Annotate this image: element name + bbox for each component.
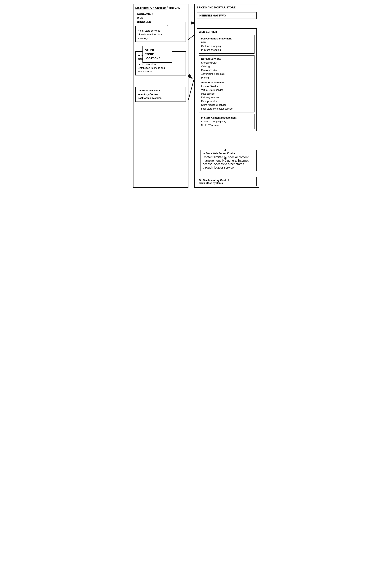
web-server-container: WEB SERVER Full Content Management B2BOn…: [197, 28, 257, 131]
inter-store-body: Serves inventoryDistribution to bricks a…: [138, 62, 184, 73]
full-content-body: B2BOn-Line shoppingIn-Store shopping: [201, 41, 252, 52]
additional-services-body: Locator ServiceVirtual Store serviceMap …: [201, 84, 252, 111]
consumer-web-browser-box: CONSUMERWEBBROWSER: [135, 9, 167, 26]
bricks-mortar-outer: BRICKS AND MORTAR STORE INTERNET GATEWAY…: [194, 4, 259, 188]
web-server-label: WEB SERVER: [199, 30, 255, 33]
in-store-content-box: In Store Content Management In-Store sho…: [199, 114, 255, 129]
full-content-title: Full Content Management: [201, 37, 252, 41]
dist-inventory-box: Distribution CenterInventory ControlBack…: [135, 87, 186, 102]
other-store-locations-box: OTHERSTORELOCATIONS: [142, 46, 172, 63]
in-store-content-title: In Store Content Management: [201, 116, 252, 120]
architecture-diagram: DISTRIBUTION CENTER / VIRTUAL STORE On-L…: [133, 4, 259, 192]
consumer-web-browser-title: CONSUMERWEBBROWSER: [137, 12, 165, 24]
additional-services-title: Additional Services: [201, 81, 252, 84]
online-sales-body: No In-Store servicesVirtual store direct…: [138, 29, 184, 40]
internet-gateway-box: INTERNET GATEWAY: [197, 12, 257, 19]
in-store-content-body: In-Store shopping only.No INET access: [201, 120, 252, 127]
normal-services-title: Normal Services: [201, 57, 252, 61]
bricks-mortar-label: BRICKS AND MORTAR STORE: [197, 6, 236, 9]
on-site-inventory-title: On Site Inventory ControlBack office sys…: [199, 179, 255, 184]
kiosks-body: Content limited by special contentmanage…: [203, 155, 255, 169]
dist-inventory-title: Distribution CenterInventory ControlBack…: [138, 89, 184, 100]
internet-gateway-title: INTERNET GATEWAY: [199, 14, 255, 17]
full-content-box: Full Content Management B2BOn-Line shopp…: [199, 35, 255, 54]
kiosks-title: In Store Web Server Kiosks: [203, 152, 255, 155]
normal-services-body: Shopping CartCatalogPersonalizationAdver…: [201, 61, 252, 80]
normal-services-box: Normal Services Shopping CartCatalogPers…: [199, 55, 255, 112]
kiosks-box: In Store Web Server Kiosks Content limit…: [200, 150, 257, 171]
on-site-inventory-box: On Site Inventory ControlBack office sys…: [197, 177, 257, 186]
distribution-center-outer: DISTRIBUTION CENTER / VIRTUAL STORE On-L…: [133, 4, 189, 188]
other-store-locations-title: OTHERSTORELOCATIONS: [145, 48, 170, 60]
